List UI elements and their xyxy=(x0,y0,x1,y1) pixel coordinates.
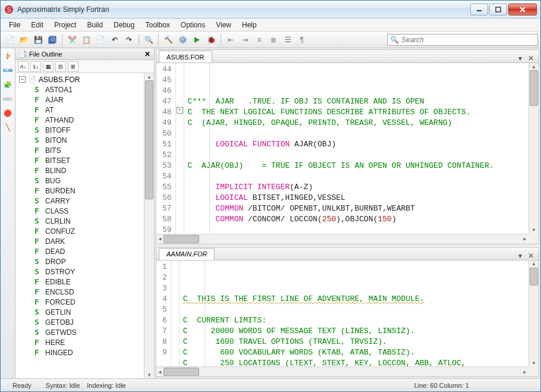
code-text[interactable]: C*** AJAR .TRUE. IF OBJ IS CONTAINER AND… xyxy=(184,63,539,244)
outline-tab-icon[interactable]: ⟨f xyxy=(2,51,13,61)
sort-type-icon[interactable]: 1↓ xyxy=(30,61,41,72)
copy-icon[interactable]: 📋 xyxy=(80,33,93,46)
collapse-icon[interactable]: − xyxy=(19,76,26,83)
menu-debug[interactable]: Debug xyxy=(109,20,139,30)
outline-item[interactable]: SDROP xyxy=(34,256,144,266)
cut-icon[interactable]: ✂️ xyxy=(65,33,78,46)
save-all-icon[interactable] xyxy=(46,33,59,46)
titlebar[interactable]: S Approximatrix Simply Fortran xyxy=(1,1,540,18)
scroll-up-icon[interactable]: ▲ xyxy=(144,73,154,80)
undo-icon[interactable]: ↶ xyxy=(108,33,121,46)
horizontal-scrollbar[interactable]: ◀▶ xyxy=(156,366,529,377)
paste-icon[interactable]: 📄 xyxy=(94,33,107,46)
new-file-icon[interactable]: 📄 xyxy=(3,33,16,46)
outline-item[interactable]: FFORCED xyxy=(34,297,144,307)
tab-dropdown-icon[interactable]: ▾ xyxy=(516,54,524,62)
outline-item[interactable]: SDSTROY xyxy=(34,266,144,277)
subroutine-icon[interactable]: SUB xyxy=(2,65,13,76)
menu-toolbox[interactable]: Toolbox xyxy=(140,20,174,30)
comment-icon[interactable]: ¶ xyxy=(295,33,309,46)
outline-item[interactable]: FBLIND xyxy=(34,165,144,175)
outline-tree[interactable]: − 📄 ASUBS.FOR SA5TOA1FAJARFATFATHANDSBIT… xyxy=(15,73,154,378)
fold-marker-icon[interactable]: − xyxy=(177,107,183,114)
outline-item[interactable]: FBITS xyxy=(34,145,144,155)
code-text[interactable]: C THIS IS THE FIRST LINE OF ADVENTURE, M… xyxy=(180,261,539,377)
sort-alpha-icon[interactable]: A↓ xyxy=(18,61,29,72)
list-icon[interactable]: ☰ xyxy=(281,33,294,46)
scroll-thumb[interactable] xyxy=(145,80,153,199)
search-input[interactable] xyxy=(401,36,535,44)
tab-dropdown-icon[interactable]: ▾ xyxy=(516,252,524,260)
panel-header[interactable]: 📑 File Outline ✕ xyxy=(15,48,154,60)
outline-item[interactable]: FBURDEN xyxy=(34,186,144,196)
outline-item[interactable]: FDARK xyxy=(34,236,144,246)
outline-item[interactable]: SBUG xyxy=(34,175,144,186)
horizontal-scrollbar[interactable]: ◀▶ xyxy=(156,234,529,244)
vertical-scrollbar[interactable]: ▲▼ xyxy=(529,63,539,234)
tab-aamain[interactable]: AAMAIN.FOR xyxy=(159,248,215,260)
find-icon[interactable]: 🔍 xyxy=(142,33,155,46)
function-icon: F xyxy=(34,348,43,357)
fold-margin[interactable] xyxy=(171,261,180,377)
run-icon[interactable] xyxy=(190,33,203,46)
menu-help[interactable]: Help xyxy=(237,20,262,30)
menu-build[interactable]: Build xyxy=(82,20,108,30)
probe-icon[interactable]: ╲ xyxy=(2,122,13,133)
outline-item[interactable]: FHINGED xyxy=(34,347,144,357)
outdent-icon[interactable]: ≡ xyxy=(253,33,266,46)
debug-icon[interactable]: 🐞 xyxy=(205,33,218,46)
tree-root-node[interactable]: − 📄 ASUBS.FOR xyxy=(19,74,144,84)
breakpoint-icon[interactable]: 🔴 xyxy=(2,108,13,118)
open-file-icon[interactable]: 📂 xyxy=(17,33,30,46)
collapse-icon[interactable]: ⊟ xyxy=(55,61,66,72)
menu-options[interactable]: Options xyxy=(176,20,210,30)
outline-item[interactable]: SGETLIN xyxy=(34,307,144,317)
outline-item[interactable]: FAT xyxy=(34,105,144,115)
outline-item[interactable]: FAJAR xyxy=(34,95,144,105)
vertical-scrollbar[interactable]: ▲▼ xyxy=(529,261,539,366)
tab-asubs[interactable]: ASUBS.FOR xyxy=(159,51,212,62)
abc-icon[interactable]: ABC xyxy=(2,93,13,104)
code-editor[interactable]: 123456789 C THIS IS THE FIRST LINE OF AD… xyxy=(156,261,539,377)
build-icon[interactable]: 🔨 xyxy=(162,33,175,46)
outline-item[interactable]: FDEAD xyxy=(34,246,144,256)
panel-close-icon[interactable]: ✕ xyxy=(143,50,152,58)
outline-item[interactable]: SA5TOA1 xyxy=(34,84,144,95)
close-button[interactable] xyxy=(508,4,537,15)
menu-view[interactable]: View xyxy=(211,20,236,30)
menu-file[interactable]: File xyxy=(4,20,25,30)
outline-item[interactable]: FEDIBLE xyxy=(34,277,144,287)
save-icon[interactable]: 💾 xyxy=(32,33,45,46)
outline-item[interactable]: SBITOFF xyxy=(34,125,144,135)
outline-item[interactable]: SCARRY xyxy=(34,196,144,206)
outline-item[interactable]: SGETOBJ xyxy=(34,317,144,327)
outline-item[interactable]: FENCLSD xyxy=(34,287,144,297)
tab-close-icon[interactable]: ✕ xyxy=(527,252,535,260)
fold-margin[interactable]: − xyxy=(176,63,184,244)
format-icon[interactable]: ≣ xyxy=(267,33,280,46)
expand-icon[interactable]: ⊞ xyxy=(68,61,78,72)
outline-item[interactable]: SCLRLIN xyxy=(34,216,144,226)
maximize-button[interactable] xyxy=(489,4,507,15)
scroll-down-icon[interactable]: ▼ xyxy=(144,371,154,378)
tree-scrollbar[interactable]: ▲ ▼ xyxy=(144,73,154,378)
outline-item[interactable]: FATHAND xyxy=(34,115,144,125)
outline-item[interactable]: SGETWDS xyxy=(34,327,144,337)
gear-icon[interactable]: ⚙️ xyxy=(176,33,189,46)
outline-item[interactable]: FCONFUZ xyxy=(34,226,144,236)
outline-item[interactable]: SBITON xyxy=(34,135,144,145)
menu-edit[interactable]: Edit xyxy=(26,20,48,30)
outline-item[interactable]: FBITSET xyxy=(34,155,144,165)
code-editor[interactable]: 4445464748495051525354555657585960 − C**… xyxy=(156,63,539,244)
outline-item[interactable]: FCLASS xyxy=(34,206,144,216)
filter-icon[interactable]: ▦ xyxy=(43,61,54,72)
tab-close-icon[interactable]: ✕ xyxy=(527,54,535,62)
outline-item[interactable]: FHERE xyxy=(34,337,144,347)
indent-right-icon[interactable]: ⇥ xyxy=(238,33,251,46)
puzzle-icon[interactable]: 🧩 xyxy=(2,79,13,90)
search-box[interactable]: 🔍 xyxy=(387,34,538,46)
redo-icon[interactable]: ↷ xyxy=(122,33,136,46)
menu-project[interactable]: Project xyxy=(49,20,81,30)
minimize-button[interactable] xyxy=(470,4,488,15)
indent-left-icon[interactable]: ⇤ xyxy=(224,33,237,46)
